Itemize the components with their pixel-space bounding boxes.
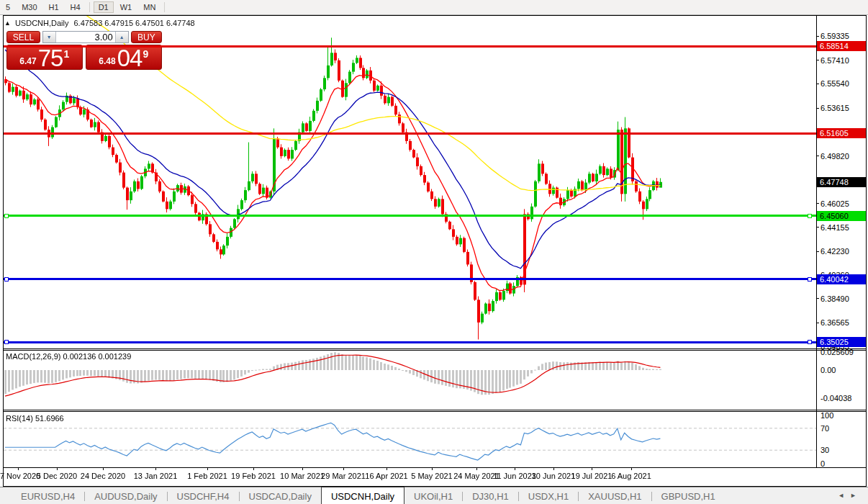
- tab-scroll-right-icon[interactable]: ►: [850, 492, 862, 499]
- chart-title: ▲ USDCNH,Daily 6.47583 6.47915 6.47501 6…: [4, 19, 195, 27]
- time-axis-tick: [432, 468, 433, 470]
- tab-scroll-left-icon[interactable]: ◄: [838, 492, 850, 499]
- tab-eurusd-h4[interactable]: EURUSD,H4: [12, 487, 84, 504]
- price-level-badge: 6.58514: [817, 41, 866, 51]
- price-level-badge: 6.35025: [817, 337, 866, 347]
- price-axis-tick: [816, 203, 819, 204]
- horizontal-line-6.51605[interactable]: [4, 132, 816, 135]
- time-axis-tick: [592, 468, 592, 470]
- price-chart-canvas[interactable]: [4, 16, 816, 486]
- sell-price-big: 75: [38, 47, 63, 69]
- macd-indicator-label: MACD(12,26,9) 0.002136 0.001239: [6, 352, 131, 361]
- price-axis-tick: [816, 108, 819, 109]
- macd-axis-label: -0.04038: [820, 394, 851, 402]
- time-axis-tick: [57, 468, 58, 470]
- line-handle[interactable]: [808, 340, 812, 344]
- price-axis-label: 6.55540: [820, 79, 849, 88]
- time-axis-tick: [253, 468, 254, 470]
- volume-increase-button[interactable]: ▲: [115, 32, 128, 42]
- rsi-axis-label: 100: [820, 411, 833, 420]
- timeframe-button-h1[interactable]: H1: [44, 1, 64, 13]
- tab-usdx-h1[interactable]: USDX,H1: [519, 487, 578, 504]
- price-axis-tick: [816, 298, 819, 299]
- horizontal-line-6.35025[interactable]: [4, 341, 816, 343]
- timeframe-button-h4[interactable]: H4: [65, 1, 86, 13]
- time-axis-tick: [343, 468, 344, 470]
- time-axis-tick: [302, 468, 303, 470]
- timeframe-button-m30[interactable]: M30: [17, 1, 42, 13]
- buy-price-big: 04: [117, 47, 143, 69]
- time-axis-label: 29 Mar 2021: [321, 472, 366, 480]
- macd-axis-label: 0.025609: [820, 348, 854, 356]
- price-axis-label: 6.49820: [820, 152, 849, 161]
- tab-gbpusd-h1[interactable]: GBPUSD,H1: [652, 487, 725, 504]
- tab-usdchf-h4[interactable]: USDCHF,H4: [168, 487, 239, 504]
- tab-xauusd-h1[interactable]: XAUUSD,H1: [579, 487, 651, 504]
- time-axis-tick: [631, 468, 632, 470]
- price-axis-tick: [816, 227, 819, 228]
- sell-price-sup: 1: [63, 48, 69, 60]
- line-handle[interactable]: [808, 214, 812, 218]
- time-axis-tick: [155, 468, 156, 470]
- time-axis-tick: [386, 468, 387, 470]
- time-axis-label: 17 Nov 2020: [0, 472, 40, 480]
- time-axis-label: 10 Mar 2021: [280, 472, 325, 480]
- price-axis-label: 6.36565: [820, 318, 849, 327]
- price-axis-label: 6.42230: [820, 247, 849, 256]
- timeframe-button-5[interactable]: 5: [1, 1, 15, 13]
- line-handle[interactable]: [4, 340, 9, 344]
- buy-button[interactable]: BUY: [131, 31, 162, 43]
- tab-dj30-h1[interactable]: DJ30,H1: [463, 487, 518, 504]
- chart-tab-bar: EURUSD,H4AUDUSD,DailyUSDCHF,H4USDCAD,Dai…: [0, 487, 868, 504]
- horizontal-line-6.58514[interactable]: [4, 45, 816, 48]
- time-axis-label: 5 May 2021: [411, 472, 452, 480]
- buy-price-box[interactable]: 6.48 04 9: [86, 45, 163, 70]
- sell-button[interactable]: SELL: [6, 31, 40, 43]
- volume-input[interactable]: [56, 32, 115, 42]
- time-axis-label: 24 Dec 2020: [81, 472, 125, 480]
- tab-audusd-daily[interactable]: AUDUSD,Daily: [85, 487, 166, 504]
- time-axis-label: 30 Jun 2021: [532, 472, 576, 480]
- price-axis-tick: [816, 60, 819, 60]
- price-level-badge: 6.40042: [817, 274, 866, 284]
- line-handle[interactable]: [4, 277, 9, 282]
- horizontal-line-6.45060[interactable]: [4, 215, 816, 217]
- price-axis-label: 6.59335: [820, 32, 849, 40]
- time-axis-label: 19 Feb 2021: [231, 472, 276, 480]
- tab-usdcnh-daily[interactable]: USDCNH,Daily: [321, 487, 404, 504]
- price-axis-tick: [816, 323, 819, 323]
- chart-window-right-border: [866, 15, 867, 487]
- price-axis-tick: [816, 156, 819, 156]
- timeframe-button-w1[interactable]: W1: [115, 1, 137, 13]
- price-axis-tick: [816, 36, 819, 37]
- tab-ukoil-h1[interactable]: UKOil,H1: [404, 487, 462, 504]
- timeframe-toolbar: 5M30H1H4D1W1MN: [0, 0, 868, 15]
- time-axis-tick: [515, 468, 515, 470]
- buy-price-sup: 9: [143, 48, 148, 60]
- price-axis-label: 6.46025: [820, 199, 849, 208]
- tab-usdcad-daily[interactable]: USDCAD,Daily: [240, 487, 321, 504]
- buy-price-small: 6.48: [99, 56, 115, 66]
- price-axis-tick: [816, 84, 819, 84]
- line-handle[interactable]: [4, 214, 9, 218]
- toolbar-separator: [89, 2, 90, 12]
- volume-spinner: ▼ ▲: [42, 31, 129, 43]
- price-level-badge: 6.45060: [817, 211, 866, 221]
- macd-axis-label: 0.00: [820, 366, 836, 374]
- time-axis-tick: [103, 468, 104, 470]
- price-axis-label: 6.38490: [820, 294, 849, 303]
- toolbar-separator: [164, 2, 165, 12]
- horizontal-line-6.40042[interactable]: [4, 278, 816, 280]
- line-handle[interactable]: [808, 277, 812, 282]
- timeframe-button-mn[interactable]: MN: [138, 1, 161, 13]
- tab-scroll-arrows[interactable]: ◄►: [838, 492, 862, 499]
- time-axis-label: 13 Jan 2021: [134, 472, 178, 480]
- timeframe-button-d1[interactable]: D1: [94, 1, 114, 13]
- volume-decrease-button[interactable]: ▼: [43, 32, 56, 42]
- price-axis-tick: [816, 251, 819, 252]
- one-click-trading-widget: SELL ▼ ▲ BUY 6.47 75 1 6.48 04 9: [6, 31, 162, 70]
- sell-price-box[interactable]: 6.47 75 1: [6, 45, 83, 70]
- time-axis-label: 5 Dec 2020: [37, 472, 77, 480]
- time-axis-label: 16 Apr 2021: [365, 472, 407, 480]
- time-axis-tick: [18, 468, 19, 470]
